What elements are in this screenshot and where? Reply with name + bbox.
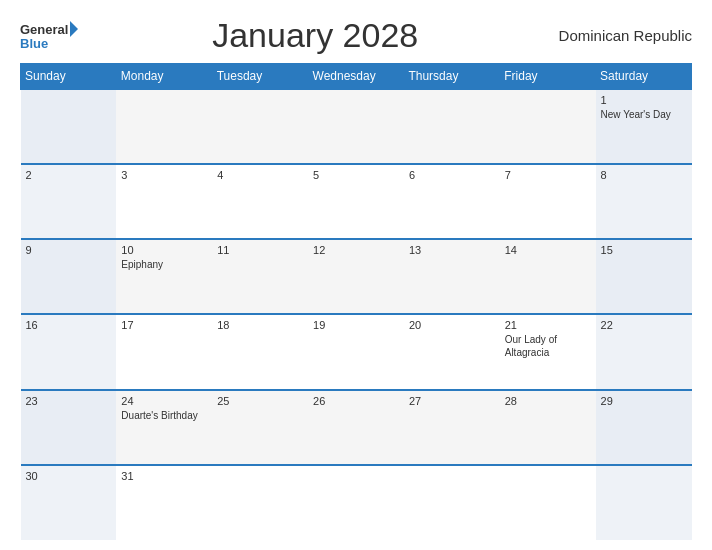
calendar-title: January 2028 [78,16,552,55]
day-number: 10 [121,244,207,256]
country-label: Dominican Republic [552,27,692,44]
holiday-label: Duarte's Birthday [121,409,207,422]
day-number: 21 [505,319,591,331]
calendar-cell: 30 [21,465,117,540]
calendar-cell: 24Duarte's Birthday [116,390,212,465]
calendar-cell: 19 [308,314,404,389]
day-number: 30 [26,470,112,482]
day-number: 2 [26,169,112,181]
calendar-cell: 13 [404,239,500,314]
header-monday: Monday [116,64,212,90]
holiday-label: New Year's Day [601,108,687,121]
calendar-cell [308,465,404,540]
logo-triangle-icon [70,21,78,37]
calendar-table: Sunday Monday Tuesday Wednesday Thursday… [20,63,692,540]
calendar-header-row: Sunday Monday Tuesday Wednesday Thursday… [21,64,692,90]
calendar-cell: 20 [404,314,500,389]
calendar-cell: 16 [21,314,117,389]
day-number: 17 [121,319,207,331]
calendar-cell: 14 [500,239,596,314]
calendar-week-row: 2345678 [21,164,692,239]
calendar-cell [500,89,596,164]
calendar-cell [116,89,212,164]
day-number: 14 [505,244,591,256]
calendar-cell [212,89,308,164]
calendar-week-row: 910Epiphany1112131415 [21,239,692,314]
calendar-cell [308,89,404,164]
day-number: 9 [26,244,112,256]
calendar-cell: 10Epiphany [116,239,212,314]
logo: General Blue [20,21,78,50]
day-number: 15 [601,244,687,256]
day-number: 24 [121,395,207,407]
calendar-cell: 11 [212,239,308,314]
calendar-cell: 27 [404,390,500,465]
day-number: 29 [601,395,687,407]
calendar-cell: 3 [116,164,212,239]
day-number: 27 [409,395,495,407]
header-wednesday: Wednesday [308,64,404,90]
calendar-cell: 29 [596,390,692,465]
day-number: 25 [217,395,303,407]
calendar-cell: 21Our Lady of Altagracia [500,314,596,389]
day-number: 22 [601,319,687,331]
calendar-cell: 7 [500,164,596,239]
day-number: 8 [601,169,687,181]
day-number: 28 [505,395,591,407]
day-number: 5 [313,169,399,181]
calendar-cell: 17 [116,314,212,389]
calendar-cell [404,465,500,540]
day-number: 7 [505,169,591,181]
day-number: 23 [26,395,112,407]
calendar-cell: 22 [596,314,692,389]
day-number: 11 [217,244,303,256]
holiday-label: Our Lady of Altagracia [505,333,591,359]
day-number: 26 [313,395,399,407]
page: General Blue January 2028 Dominican Repu… [0,0,712,550]
holiday-label: Epiphany [121,258,207,271]
day-number: 4 [217,169,303,181]
calendar-cell: 28 [500,390,596,465]
day-number: 6 [409,169,495,181]
calendar-cell: 25 [212,390,308,465]
calendar-cell: 9 [21,239,117,314]
calendar-cell: 15 [596,239,692,314]
header-thursday: Thursday [404,64,500,90]
calendar-cell: 2 [21,164,117,239]
day-number: 31 [121,470,207,482]
calendar-week-row: 3031 [21,465,692,540]
calendar-cell: 26 [308,390,404,465]
day-number: 20 [409,319,495,331]
calendar-cell [21,89,117,164]
calendar-cell: 4 [212,164,308,239]
day-number: 19 [313,319,399,331]
day-number: 16 [26,319,112,331]
calendar-cell: 6 [404,164,500,239]
calendar-cell: 18 [212,314,308,389]
day-number: 3 [121,169,207,181]
calendar-cell: 1New Year's Day [596,89,692,164]
logo-blue-text: Blue [20,37,78,50]
day-number: 12 [313,244,399,256]
calendar-cell: 23 [21,390,117,465]
header: General Blue January 2028 Dominican Repu… [20,16,692,55]
calendar-cell: 5 [308,164,404,239]
calendar-week-row: 1New Year's Day [21,89,692,164]
calendar-cell: 31 [116,465,212,540]
calendar-cell [596,465,692,540]
logo-general-text: General [20,23,68,36]
header-sunday: Sunday [21,64,117,90]
calendar-week-row: 2324Duarte's Birthday2526272829 [21,390,692,465]
calendar-week-row: 161718192021Our Lady of Altagracia22 [21,314,692,389]
header-friday: Friday [500,64,596,90]
calendar-cell: 8 [596,164,692,239]
calendar-cell [404,89,500,164]
header-saturday: Saturday [596,64,692,90]
day-number: 18 [217,319,303,331]
calendar-cell: 12 [308,239,404,314]
header-tuesday: Tuesday [212,64,308,90]
day-number: 13 [409,244,495,256]
calendar-cell [500,465,596,540]
day-number: 1 [601,94,687,106]
calendar-cell [212,465,308,540]
